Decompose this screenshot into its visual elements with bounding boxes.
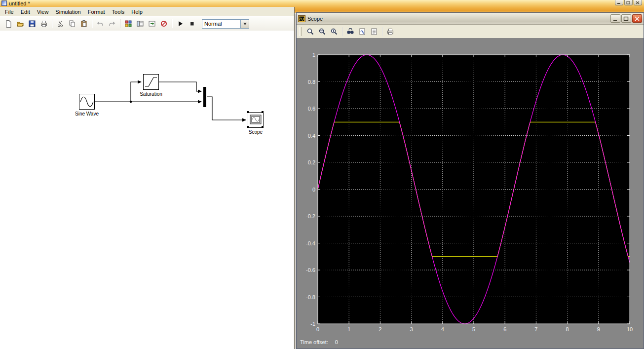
scope-window-icon — [298, 15, 305, 22]
svg-text:-0.4: -0.4 — [306, 240, 315, 246]
simulation-mode-value: Normal — [202, 21, 240, 27]
saturation-icon — [144, 75, 158, 89]
scope-maximize-button[interactable] — [621, 14, 631, 23]
scope-print-button[interactable] — [384, 26, 396, 38]
close-icon — [636, 1, 640, 4]
zoom-icon — [306, 28, 314, 36]
toolbar-separator — [52, 19, 52, 28]
close-icon — [634, 16, 640, 21]
branch-point — [130, 101, 132, 103]
start-simulation-button[interactable] — [174, 18, 186, 30]
menu-simulation[interactable]: Simulation — [52, 8, 84, 16]
window-controls — [615, 0, 642, 5]
close-button[interactable] — [634, 0, 642, 5]
scope-close-button[interactable] — [632, 14, 642, 23]
cut-button[interactable] — [54, 18, 66, 30]
svg-text:0.2: 0.2 — [308, 159, 315, 165]
selection-handle[interactable] — [262, 126, 264, 128]
open-icon — [16, 20, 24, 28]
open-button[interactable] — [14, 18, 26, 30]
svg-text:0.8: 0.8 — [308, 79, 315, 85]
sine-wave-block[interactable] — [79, 94, 95, 110]
save-axes-button[interactable] — [356, 26, 368, 38]
zoom-y-icon — [330, 28, 338, 36]
stop-simulation-button[interactable] — [186, 18, 198, 30]
combo-dropdown-button[interactable] — [240, 20, 249, 28]
selection-handle[interactable] — [247, 126, 249, 128]
svg-text:-1: -1 — [310, 321, 315, 327]
model-canvas[interactable]: Sine Wave Saturation Scope — [0, 31, 294, 349]
svg-text:-0.6: -0.6 — [306, 267, 315, 273]
svg-text:1: 1 — [312, 52, 315, 58]
zoom-x-button[interactable] — [316, 26, 328, 38]
simulation-mode-select[interactable]: Normal — [202, 19, 249, 29]
zoom-y-button[interactable] — [328, 26, 340, 38]
menu-help[interactable]: Help — [128, 8, 146, 16]
mux-block[interactable] — [203, 87, 206, 107]
simulink-window: File Edit View Simulation Format Tools H… — [0, 7, 295, 349]
selection-handle[interactable] — [247, 111, 249, 113]
svg-text:-0.2: -0.2 — [306, 213, 315, 219]
toolbar-separator — [172, 19, 172, 28]
model-browser-icon — [136, 20, 144, 28]
scope-titlebar[interactable]: Scope — [297, 13, 644, 25]
svg-text:5: 5 — [472, 326, 475, 332]
print-icon — [40, 20, 48, 28]
restore-axes-button[interactable] — [368, 26, 380, 38]
desktop: untitled * File Edit View Simulation For… — [0, 0, 644, 349]
svg-text:1: 1 — [347, 326, 350, 332]
print-button[interactable] — [38, 18, 50, 30]
svg-text:0.6: 0.6 — [308, 106, 315, 112]
svg-text:4: 4 — [441, 326, 444, 332]
autoscale-button[interactable] — [344, 26, 356, 38]
save-icon — [28, 20, 36, 28]
redo-button[interactable] — [106, 18, 118, 30]
library-browser-icon — [124, 20, 132, 28]
paste-button[interactable] — [78, 18, 90, 30]
svg-text:6: 6 — [503, 326, 506, 332]
chevron-down-icon — [243, 23, 247, 25]
time-offset-value: 0 — [335, 339, 338, 345]
stop-simulation-icon — [188, 20, 196, 28]
saturation-block[interactable] — [143, 74, 159, 90]
simulink-toolbar: Normal — [0, 16, 294, 31]
toggle-browser-button[interactable] — [146, 18, 158, 30]
minimize-icon — [612, 16, 618, 21]
wire-saturation-to-mux[interactable] — [159, 82, 201, 91]
restore-icon — [626, 1, 631, 4]
toolbar-separator — [342, 27, 342, 36]
model-browser-button[interactable] — [134, 18, 146, 30]
library-browser-button[interactable] — [122, 18, 134, 30]
undo-button[interactable] — [94, 18, 106, 30]
svg-text:-0.8: -0.8 — [306, 294, 315, 300]
minimize-button[interactable] — [615, 0, 623, 5]
svg-text:7: 7 — [534, 326, 537, 332]
selection-handle[interactable] — [262, 111, 264, 113]
scope-plot[interactable]: 012345678910-1-0.8-0.6-0.4-0.200.20.40.6… — [297, 38, 644, 349]
debugger-button[interactable] — [158, 18, 170, 30]
menu-edit[interactable]: Edit — [17, 8, 34, 16]
wire-mux-to-scope[interactable] — [207, 97, 246, 120]
simulink-model-icon — [1, 0, 7, 6]
print-icon — [386, 28, 394, 36]
menu-format[interactable]: Format — [84, 8, 109, 16]
menu-tools[interactable]: Tools — [109, 8, 128, 16]
scope-label: Scope — [238, 129, 273, 135]
restore-button[interactable] — [624, 0, 633, 5]
save-button[interactable] — [26, 18, 38, 30]
menu-file[interactable]: File — [1, 8, 17, 16]
menu-view[interactable]: View — [34, 8, 52, 16]
new-model-icon — [4, 20, 12, 28]
toolbar-grip[interactable] — [300, 27, 302, 36]
scope-minimize-button[interactable] — [610, 14, 620, 23]
zoom-button[interactable] — [304, 26, 316, 38]
paste-icon — [80, 20, 88, 28]
svg-text:3: 3 — [410, 326, 413, 332]
save-axes-icon — [358, 28, 366, 36]
maximize-icon — [623, 16, 629, 21]
autoscale-icon — [346, 28, 354, 36]
new-model-button[interactable] — [2, 18, 14, 30]
scope-figure: 012345678910-1-0.8-0.6-0.4-0.200.20.40.6… — [297, 38, 644, 349]
copy-button[interactable] — [66, 18, 78, 30]
redo-icon — [108, 20, 116, 28]
